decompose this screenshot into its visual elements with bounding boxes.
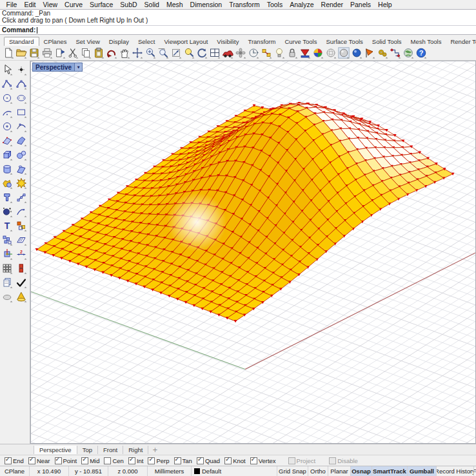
status-gumball[interactable]: Gumball: [408, 466, 437, 476]
sphere-dots-icon[interactable]: [1, 205, 14, 218]
new-viewport-icon[interactable]: +: [148, 446, 161, 453]
color-wheel-icon[interactable]: [312, 46, 324, 59]
viewport-title-tab[interactable]: Perspective ▼: [32, 63, 83, 72]
stack-icon[interactable]: [15, 262, 28, 275]
toolbar-tab-viewport-layout[interactable]: Viewport Layout: [159, 37, 212, 46]
menu-render[interactable]: Render: [317, 1, 346, 8]
toolbar-tab-select[interactable]: Select: [134, 37, 159, 46]
status-grid-snap[interactable]: Grid Snap: [277, 466, 308, 476]
toolbar-tab-surface-tools[interactable]: Surface Tools: [321, 37, 367, 46]
osnap-disable[interactable]: Disable: [329, 457, 358, 464]
viewport-tab-front[interactable]: Front: [98, 446, 123, 454]
toolbar-tab-solid-tools[interactable]: Solid Tools: [368, 37, 406, 46]
checkbox-perp[interactable]: ✓: [148, 457, 155, 464]
toolbar-tab-set-view[interactable]: Set View: [71, 37, 104, 46]
osnap-point[interactable]: ✓Point: [55, 457, 77, 464]
menu-panels[interactable]: Panels: [347, 1, 375, 8]
export-icon[interactable]: [54, 46, 66, 59]
select-arrow-icon[interactable]: [1, 63, 14, 76]
viewport-tab-perspective[interactable]: Perspective: [34, 446, 77, 454]
pipe-icon[interactable]: [15, 191, 28, 204]
circle-center-icon[interactable]: [1, 120, 14, 133]
rotate-view-icon[interactable]: [234, 46, 247, 59]
array-icon[interactable]: [1, 233, 14, 246]
gumball-box-icon[interactable]: [1, 248, 14, 261]
save-file-icon[interactable]: [28, 46, 41, 59]
zoom-selected-icon[interactable]: [170, 46, 183, 59]
osnap-knot[interactable]: ✓Knot: [224, 457, 246, 464]
blob-icon[interactable]: [1, 290, 14, 303]
status-osnap[interactable]: Osnap: [351, 466, 372, 476]
curve-arrow-icon[interactable]: [15, 205, 28, 218]
cut-icon[interactable]: [66, 46, 79, 59]
wireframe-mode-icon[interactable]: [324, 46, 337, 59]
checkbox-quad[interactable]: ✓: [197, 457, 204, 464]
checkbox-int[interactable]: ✓: [128, 457, 135, 464]
menu-curve[interactable]: Curve: [61, 1, 86, 8]
osnap-int[interactable]: ✓Int: [128, 457, 144, 464]
osnap-mid[interactable]: ✓Mid: [81, 457, 99, 464]
grid-array-icon[interactable]: [1, 262, 14, 275]
status-record-history[interactable]: Record History: [437, 466, 474, 476]
circle-icon[interactable]: [1, 92, 14, 104]
osnap-cen[interactable]: Cen: [104, 457, 123, 464]
status-millimeters[interactable]: Millimeters: [148, 466, 192, 476]
checkbox-vertex[interactable]: ✓: [250, 457, 257, 464]
named-view-icon[interactable]: [221, 46, 234, 59]
checkbox-tan[interactable]: ✓: [174, 457, 181, 464]
block-icon[interactable]: [15, 219, 28, 232]
flag-icon[interactable]: [363, 46, 376, 59]
osnap-tan[interactable]: ✓Tan: [174, 457, 192, 464]
menu-surface[interactable]: Surface: [86, 1, 117, 8]
osnap-end[interactable]: ✓End: [5, 457, 24, 464]
lock-icon[interactable]: [286, 46, 299, 59]
lamp-icon[interactable]: [273, 46, 286, 59]
new-file-icon[interactable]: [2, 46, 15, 59]
rolled-plane-icon[interactable]: [15, 163, 28, 175]
explode-icon[interactable]: [15, 177, 28, 190]
check-icon[interactable]: [15, 276, 28, 289]
toolbar-tab-mesh-tools[interactable]: Mesh Tools: [406, 37, 446, 46]
checkbox-disable[interactable]: [329, 457, 336, 464]
spheres-icon[interactable]: [15, 148, 28, 161]
viewport-canvas[interactable]: [31, 61, 475, 443]
zoom-extents-icon[interactable]: [183, 46, 195, 59]
menu-file[interactable]: File: [3, 1, 21, 8]
paste-icon[interactable]: [92, 46, 105, 59]
viewport-tab-top[interactable]: Top: [77, 446, 98, 454]
record-history-icon[interactable]: [389, 46, 402, 59]
menu-analyze[interactable]: Analyze: [286, 1, 317, 8]
shaded-mode-icon[interactable]: [337, 46, 350, 59]
options-icon[interactable]: [376, 46, 389, 59]
undo-view-icon[interactable]: [195, 46, 208, 59]
osnap-perp[interactable]: ✓Perp: [148, 457, 169, 464]
box-icon[interactable]: [1, 148, 14, 161]
viewport-layout-icon[interactable]: [208, 46, 221, 59]
menu-dimension[interactable]: Dimension: [186, 1, 226, 8]
viewport-menu-dropdown[interactable]: ▼: [74, 63, 82, 71]
menu-transform[interactable]: Transform: [226, 1, 263, 8]
pan-icon[interactable]: [118, 46, 131, 59]
help-icon[interactable]: ?: [415, 46, 428, 59]
viewport-tab-right[interactable]: Right: [123, 446, 148, 454]
menu-solid[interactable]: Solid: [141, 1, 163, 8]
checkbox-mid[interactable]: ✓: [81, 457, 88, 464]
polyline-icon[interactable]: [1, 77, 14, 90]
status-smarttrack[interactable]: SmartTrack: [372, 466, 408, 476]
toolbar-tab-visibility[interactable]: Visibility: [212, 37, 243, 46]
dimension-icon[interactable]: 2: [15, 248, 28, 261]
rectangle-icon[interactable]: [15, 106, 28, 119]
command-prompt[interactable]: Command:: [0, 26, 476, 35]
status-planar[interactable]: Planar: [328, 466, 351, 476]
osnap-quad[interactable]: ✓Quad: [197, 457, 220, 464]
toolbar-tab-render-tools[interactable]: Render Tools: [446, 37, 476, 46]
move-icon[interactable]: [131, 46, 144, 59]
checkbox-end[interactable]: ✓: [5, 457, 12, 464]
checkbox-knot[interactable]: ✓: [224, 457, 232, 464]
zoom-icon[interactable]: [144, 46, 157, 59]
rendered-mode-icon[interactable]: [350, 46, 363, 59]
menu-tools[interactable]: Tools: [263, 1, 286, 8]
menu-subd[interactable]: SubD: [117, 1, 141, 8]
history-clock-icon[interactable]: [247, 46, 260, 59]
ellipse-icon[interactable]: [15, 92, 28, 104]
